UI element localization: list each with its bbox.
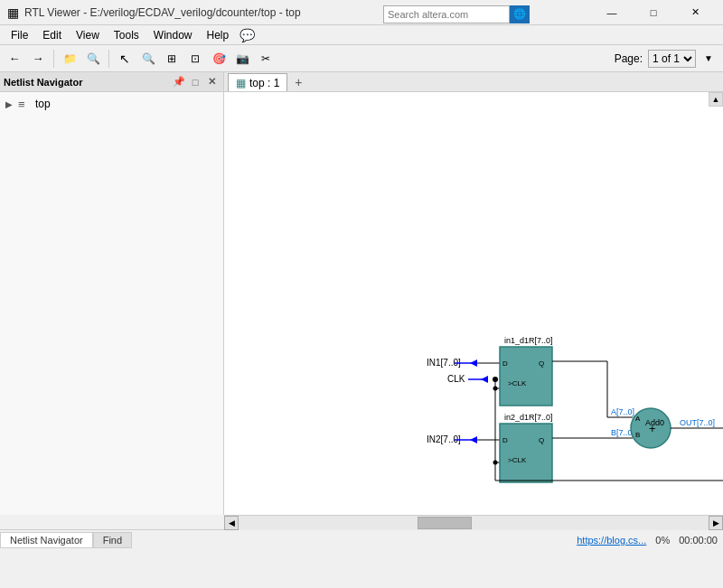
search-globe-btn[interactable]: 🌐 [510,5,530,23]
page-label: Page: [615,52,643,65]
clk-junction3 [493,461,498,465]
tree-label-top: top [35,98,51,110]
tb-back-btn[interactable]: ← [4,48,25,70]
panel-close-btn[interactable]: ✕ [203,74,220,90]
tb-cut-btn[interactable]: ✂ [255,48,277,70]
menu-edit[interactable]: Edit [35,25,69,45]
reg1-block[interactable] [500,347,552,406]
scroll-left-btn[interactable]: ◀ [224,516,239,530]
title-text: RTL Viewer - E:/verilog/ECDAV_verilog/dc… [24,6,437,19]
tab-add-button[interactable]: + [289,73,307,91]
clk-label: CLK [447,374,465,384]
tree-list-icon: ≡ [18,98,33,110]
close-button[interactable]: ✕ [674,0,716,25]
menu-tools[interactable]: Tools [107,25,146,45]
main-layout: Netlist Navigator 📌 □ ✕ ▶ ≡ top ▦ top : … [0,72,723,515]
rtl-canvas: ▲ IN1[7..0] CLK [224,92,723,515]
menubar: File Edit View Tools Window Help 💬 [0,25,723,45]
maximize-button[interactable]: □ [633,0,674,25]
canvas-scroll-up[interactable]: ▲ [709,92,723,107]
tb-select-btn[interactable]: ↖ [114,48,136,70]
statusbar-time: 00:00:00 [679,535,718,546]
reg1-d-port: D [502,359,508,368]
clk-junction [493,377,498,382]
reg1-q-port: Q [539,359,544,368]
menu-window[interactable]: Window [146,25,200,45]
statusbar-tab-find[interactable]: Find [93,532,132,548]
tb-sep2 [108,50,109,68]
scroll-right-btn[interactable]: ▶ [709,516,723,530]
statusbar-tab-netlist[interactable]: Netlist Navigator [0,532,93,548]
bottom-scrollbar: ◀ ▶ [224,515,723,529]
tree-arrow-top: ▶ [5,99,18,109]
reg2-q-port: Q [539,436,544,444]
tree-item-top[interactable]: ▶ ≡ top [4,96,220,112]
tb-find-btn[interactable]: 🔍 [82,48,104,70]
tab-icon: ▦ [236,77,246,89]
search-area: 🌐 [383,5,530,23]
page-dropdown-btn[interactable]: ▼ [698,48,719,70]
statusbar-tabs: Netlist Navigator Find [0,532,132,548]
tb-fit-btn[interactable]: ⊞ [161,48,183,70]
statusbar-right: https://blog.cs... 0% 00:00:00 [577,535,723,546]
clk-junction2 [493,387,498,391]
statusbar-zoom: 0% [655,535,670,546]
reg1-clk-port: >CLK [508,379,527,387]
tb-center-btn[interactable]: 🎯 [208,48,230,70]
panel-restore-btn[interactable]: □ [187,74,203,90]
toolbar: ← → 📁 🔍 ↖ 🔍 ⊞ ⊡ 🎯 📷 ✂ Page: 1 of 1 ▼ [0,45,723,72]
right-panel: ▦ top : 1 + ▲ IN1[7..0] CLK [224,72,723,515]
tb-open-btn[interactable]: 📁 [59,48,80,70]
out-wire-label: OUT[7..0] [680,418,715,427]
minimize-button[interactable]: — [591,0,633,25]
left-panel: Netlist Navigator 📌 □ ✕ ▶ ≡ top [0,72,224,515]
panel-title: Netlist Navigator [4,77,171,88]
titlebar: ▦ RTL Viewer - E:/verilog/ECDAV_verilog/… [0,0,723,25]
scroll-track [239,516,709,530]
adder-plus: + [649,422,656,435]
tb-zoom-out-btn[interactable]: ⊡ [184,48,206,70]
reg1-label: in1_d1R[7..0] [504,336,553,345]
panel-pin-btn[interactable]: 📌 [171,74,187,90]
reg2-clk-port: >CLK [508,456,527,464]
scroll-thumb[interactable] [418,517,472,529]
tab-bar: ▦ top : 1 + [224,72,723,92]
menu-help[interactable]: Help [200,25,237,45]
netlist-tree: ▶ ≡ top [0,92,223,515]
menu-file[interactable]: File [4,25,35,45]
page-select[interactable]: 1 of 1 [648,50,696,68]
statusbar: Netlist Navigator Find https://blog.cs..… [0,529,723,549]
tb-fwd-btn[interactable]: → [27,48,49,70]
adder-b-port: B [635,431,640,439]
adder-a-port: A [635,415,641,423]
search-input[interactable] [383,5,510,23]
rtl-diagram-svg: IN1[7..0] CLK IN2[7..0] [224,92,723,515]
reg2-d-port: D [502,436,508,444]
statusbar-link[interactable]: https://blog.cs... [577,535,646,546]
tab-top[interactable]: ▦ top : 1 [228,73,287,91]
panel-header: Netlist Navigator 📌 □ ✕ [0,72,223,92]
tb-zoom-in-btn[interactable]: 🔍 [137,48,159,70]
app-icon: ▦ [7,5,19,20]
tb-snapshot-btn[interactable]: 📷 [231,48,253,70]
tb-sep1 [53,50,54,68]
a-label: A[7..0] [611,407,634,416]
help-icon: 💬 [239,28,255,42]
reg2-label: in2_d1R[7..0] [504,413,553,422]
menu-view[interactable]: View [69,25,107,45]
reg2-block[interactable] [500,424,552,482]
tab-label: top : 1 [249,77,279,89]
